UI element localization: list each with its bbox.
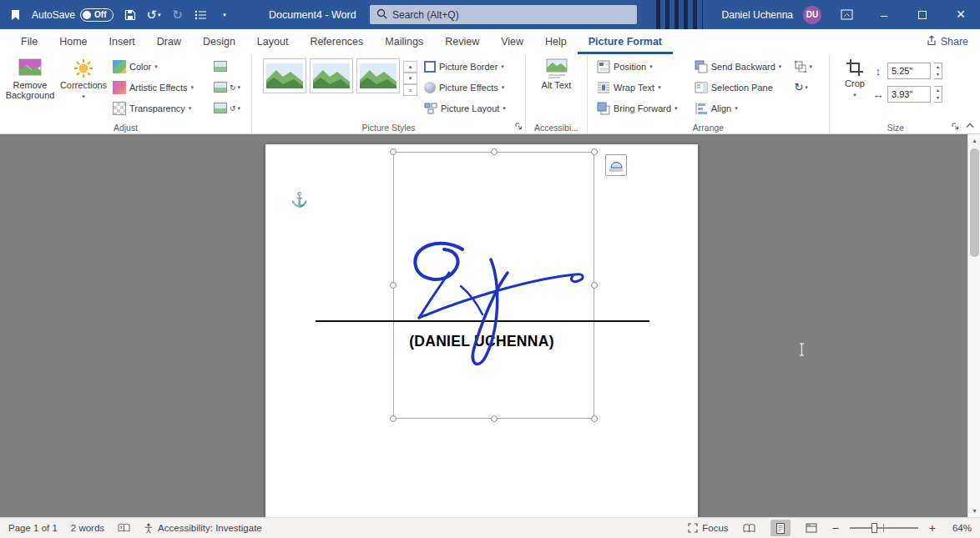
style-thumbnail-2[interactable]	[310, 58, 353, 93]
ribbon-display-options-icon[interactable]	[840, 7, 853, 23]
send-backward-label: Send Backward	[711, 62, 775, 72]
accessibility-status[interactable]: Accessibility: Investigate	[144, 523, 262, 534]
gallery-more-icon[interactable]: ≡	[403, 84, 417, 96]
bring-forward-button[interactable]: Bring Forward ▾	[594, 98, 691, 118]
app-icon[interactable]	[8, 7, 22, 23]
redo-icon[interactable]: ↻	[171, 7, 184, 23]
style-thumbnail-1[interactable]	[263, 58, 306, 93]
print-layout-button[interactable]	[770, 520, 791, 536]
close-button[interactable]: ×	[942, 0, 980, 29]
corrections-label: Corrections	[60, 80, 107, 90]
reset-picture-icon	[214, 103, 227, 113]
tab-review[interactable]: Review	[434, 29, 490, 54]
user-name[interactable]: Daniel Uchenna	[722, 9, 793, 21]
group-objects-button[interactable]: ▾	[791, 56, 826, 77]
picture-effects-button[interactable]: Picture Effects ▾	[421, 77, 523, 98]
height-spin-down-icon[interactable]: ▾	[934, 71, 942, 78]
scroll-down-icon[interactable]: ▾	[968, 505, 980, 517]
height-spinner[interactable]: ▴▾	[934, 63, 942, 79]
compress-pictures-button[interactable]	[211, 56, 246, 77]
position-button[interactable]: Position ▾	[594, 56, 691, 77]
color-button[interactable]: Color ▾	[109, 56, 211, 77]
share-button[interactable]: Share	[926, 29, 968, 54]
handle-bottom-right[interactable]	[591, 415, 598, 422]
change-picture-button[interactable]: ↻▾	[211, 77, 246, 98]
bullet-list-icon[interactable]	[194, 7, 208, 23]
send-backward-button[interactable]: Send Backward ▾	[691, 56, 792, 77]
transparency-button[interactable]: Transparency ▾	[109, 98, 211, 118]
read-mode-button[interactable]	[740, 520, 760, 536]
selection-pane-button[interactable]: Selection Pane	[691, 77, 792, 98]
crop-button[interactable]: Crop ▾	[837, 56, 872, 100]
scrollbar-thumb[interactable]	[970, 148, 979, 257]
width-spin-down-icon[interactable]: ▾	[934, 94, 942, 102]
remove-background-button[interactable]: Remove Background	[3, 56, 58, 100]
layout-options-button[interactable]	[605, 154, 627, 176]
focus-button[interactable]: Focus	[688, 523, 728, 533]
artistic-effects-button[interactable]: Artistic Effects ▾	[109, 77, 211, 98]
alt-text-button[interactable]: Alt Text	[533, 56, 581, 90]
document-area[interactable]: ⚓ (DANIEL UCHENNA)	[0, 134, 980, 517]
proofing-errors-button[interactable]	[118, 523, 130, 533]
wrap-text-button[interactable]: Wrap Text ▾	[594, 77, 691, 98]
zoom-out-button[interactable]: −	[832, 521, 839, 535]
more-commands-icon[interactable]: ▾	[218, 7, 231, 23]
gallery-up-icon[interactable]: ▴	[403, 61, 417, 73]
picture-border-button[interactable]: Picture Border ▾	[421, 56, 523, 77]
handle-bottom-left[interactable]	[390, 415, 397, 422]
tab-file[interactable]: File	[10, 29, 48, 54]
corrections-button[interactable]: Corrections ▾	[58, 56, 109, 102]
handle-top-left[interactable]	[390, 148, 397, 155]
maximize-button[interactable]	[903, 0, 942, 29]
tab-draw[interactable]: Draw	[146, 29, 192, 54]
save-icon[interactable]	[124, 7, 137, 23]
collapse-ribbon-icon[interactable]	[966, 120, 974, 130]
reset-picture-button[interactable]: ↺▾	[211, 98, 246, 118]
width-spinner[interactable]: ▴▾	[934, 86, 942, 103]
width-spin-up-icon[interactable]: ▴	[934, 87, 942, 94]
tab-design[interactable]: Design	[192, 29, 246, 54]
tab-layout[interactable]: Layout	[246, 29, 300, 54]
zoom-thumb[interactable]	[871, 523, 877, 533]
search-box[interactable]	[370, 5, 637, 24]
height-input[interactable]	[887, 63, 931, 79]
word-count[interactable]: 2 words	[71, 523, 104, 533]
align-button[interactable]: Align ▾	[691, 98, 792, 118]
document-page[interactable]: ⚓ (DANIEL UCHENNA)	[265, 144, 698, 517]
tab-references[interactable]: References	[299, 29, 374, 54]
zoom-in-button[interactable]: +	[929, 521, 936, 535]
width-input[interactable]	[887, 86, 931, 103]
tab-help[interactable]: Help	[534, 29, 578, 54]
height-spin-up-icon[interactable]: ▴	[934, 63, 942, 71]
tab-view[interactable]: View	[490, 29, 534, 54]
handle-top-center[interactable]	[491, 148, 498, 155]
style-thumbnail-3[interactable]	[356, 58, 400, 93]
page-indicator[interactable]: Page 1 of 1	[8, 523, 58, 533]
avatar[interactable]: DU	[803, 6, 821, 24]
handle-middle-left[interactable]	[390, 282, 397, 289]
handle-middle-right[interactable]	[591, 282, 598, 289]
handle-top-right[interactable]	[591, 148, 598, 155]
web-layout-button[interactable]	[801, 520, 821, 536]
size-dialog-launcher-icon[interactable]	[951, 122, 959, 132]
picture-styles-dialog-launcher-icon[interactable]	[514, 122, 523, 132]
picture-layout-button[interactable]: Picture Layout ▾	[421, 98, 523, 118]
vertical-scrollbar[interactable]: ▴ ▾	[967, 134, 980, 517]
tab-mailings[interactable]: Mailings	[374, 29, 434, 54]
minimize-button[interactable]: –	[865, 0, 903, 29]
rotate-objects-button[interactable]: ↻ ▾	[791, 77, 826, 98]
gallery-down-icon[interactable]: ▾	[403, 73, 417, 84]
search-input[interactable]	[392, 9, 630, 21]
tab-insert[interactable]: Insert	[99, 29, 146, 54]
autosave-toggle[interactable]: AutoSave Off	[32, 8, 114, 22]
undo-icon[interactable]: ↺▾	[147, 7, 161, 23]
handle-bottom-center[interactable]	[491, 415, 498, 422]
zoom-slider[interactable]	[850, 522, 918, 534]
zoom-percentage[interactable]: 64%	[947, 523, 972, 533]
tab-home[interactable]: Home	[48, 29, 98, 54]
image-selection-frame[interactable]	[393, 152, 594, 419]
scroll-up-icon[interactable]: ▴	[968, 134, 980, 147]
tab-picture-format[interactable]: Picture Format	[578, 29, 673, 54]
color-icon	[113, 60, 126, 73]
styles-gallery: ▴ ▾ ≡	[255, 56, 421, 96]
